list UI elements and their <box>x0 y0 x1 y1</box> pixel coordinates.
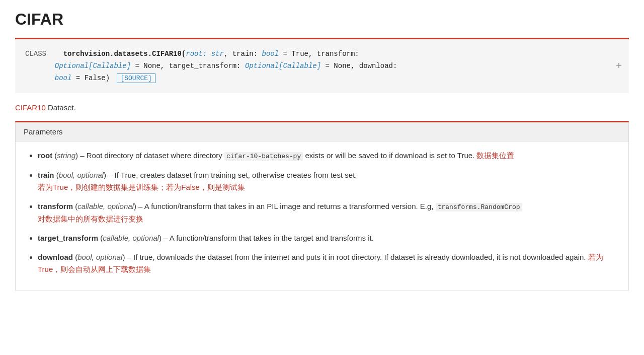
list-item: train (bool, optional) – If True, create… <box>38 169 618 193</box>
params-header: Parameters <box>16 122 628 141</box>
param-name-download: download <box>38 253 73 261</box>
param-none1: = None, target_transform: <box>131 62 245 70</box>
params-body: root (string) – Root directory of datase… <box>16 141 628 291</box>
param-name-train: train <box>38 171 54 179</box>
param-train-type: bool <box>262 50 279 58</box>
list-item: target_transform (callable, optional) – … <box>38 232 618 244</box>
param-name-root: root <box>38 151 52 160</box>
param-optional2: Optional[Callable] <box>245 62 321 70</box>
param-bool: bool <box>55 74 72 82</box>
annotation-root: 数据集位置 <box>476 151 514 160</box>
param-type-download: bool, optional <box>77 253 122 261</box>
param-type-transform: callable, optional <box>77 202 134 210</box>
param-optional1: Optional[Callable] <box>55 62 131 70</box>
expand-icon[interactable]: + <box>616 58 622 75</box>
page-title: CIFAR <box>15 10 629 29</box>
param-none2: = None, download: <box>321 62 397 70</box>
description: CIFAR10 Dataset. <box>15 103 629 112</box>
param-type-root: string <box>57 151 75 160</box>
code-random-crop: transforms.RandomCrop <box>436 203 522 211</box>
list-item: download (bool, optional) – If true, dow… <box>38 251 618 275</box>
param-false: = False) <box>71 74 110 82</box>
param-name-target-transform: target_transform <box>38 234 98 242</box>
param-root-type: root: str <box>186 50 224 58</box>
annotation-train: 若为True，则创建的数据集是训练集；若为False，则是测试集 <box>38 183 245 191</box>
class-name: torchvision.datasets.CIFAR10( <box>63 50 186 58</box>
list-item: root (string) – Root directory of datase… <box>38 150 618 162</box>
params-table: Parameters root (string) – Root director… <box>15 121 629 291</box>
annotation-download: 若为True，则会自动从网上下载数据集 <box>38 253 603 273</box>
param-name-transform: transform <box>38 202 73 210</box>
param-train-default: = True, transform: <box>279 50 359 58</box>
annotation-transform: 对数据集中的所有数据进行变换 <box>38 215 143 223</box>
param-train-label: , train: <box>224 50 262 58</box>
list-item: transform (callable, optional) – A funct… <box>38 200 618 225</box>
cifar-link[interactable]: CIFAR10 <box>15 103 46 112</box>
class-keyword: CLASS <box>25 50 46 58</box>
param-type-train: bool, optional <box>59 171 104 179</box>
param-type-target-transform: callable, optional <box>103 234 159 242</box>
source-link[interactable]: [SOURCE] <box>117 74 155 83</box>
class-signature-box: CLASS torchvision.datasets.CIFAR10(root:… <box>15 38 629 93</box>
params-list: root (string) – Root directory of datase… <box>26 150 618 275</box>
description-text: Dataset. <box>48 103 76 112</box>
code-cifar-batches: cifar-10-batches-py <box>224 152 303 161</box>
